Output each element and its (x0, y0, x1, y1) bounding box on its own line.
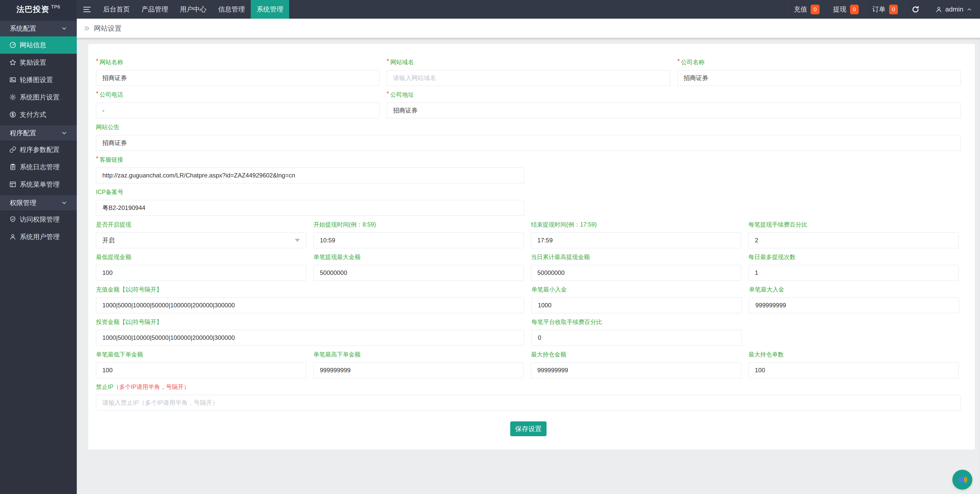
sidebar-item-payment-methods[interactable]: 支付方式 (0, 106, 77, 123)
tab-products[interactable]: 产品管理 (135, 0, 174, 19)
icp-input[interactable] (96, 200, 524, 216)
tab-information[interactable]: 信息管理 (212, 0, 251, 19)
sidebar-item-reward-settings[interactable]: 奖励设置 (0, 54, 77, 71)
position-max-count-input[interactable] (748, 362, 959, 378)
withdraw-start-input[interactable] (313, 232, 524, 248)
user-icon (9, 233, 16, 240)
field-recharge-amounts: 充值金额【以|符号隔开】 (96, 286, 524, 313)
tab-user-center[interactable]: 用户中心 (174, 0, 212, 19)
dashboard-icon (9, 41, 16, 49)
field-deposit-max: 单笔最大入金 (749, 286, 959, 313)
order-min-input[interactable] (96, 362, 306, 378)
sidebar-item-label: 奖励设置 (20, 58, 46, 67)
section-title-label: 程序配置 (10, 129, 37, 138)
company-phone-input[interactable] (96, 103, 379, 118)
sidebar-item-label: 网站信息 (20, 41, 46, 49)
sidebar-item-system-logs[interactable]: 系统日志管理 (0, 158, 77, 176)
sidebar-item-site-info[interactable]: 网站信息 (0, 36, 77, 54)
field-label: 每日最多提现次数 (748, 254, 795, 260)
field-label: 最大持仓单数 (748, 351, 784, 358)
field-label: 公司名称 (681, 59, 705, 65)
withdraw-max-single-input[interactable] (313, 265, 524, 281)
field-label: 充值金额【以|符号隔开】 (96, 286, 162, 293)
company-address-input[interactable] (387, 103, 961, 118)
field-label: 开始提现时间(例：8:59) (313, 221, 376, 228)
hamburger-menu-icon[interactable] (77, 0, 97, 19)
field-label: 最大持仓金额 (531, 351, 566, 358)
app-logo-text: 法巴投资 (16, 4, 49, 15)
recharge-stat[interactable]: 充值 0 (787, 0, 826, 19)
position-max-amount-input[interactable] (531, 362, 741, 378)
withdraw-min-input[interactable] (96, 265, 306, 281)
withdraw-max-daily-input[interactable] (531, 265, 741, 281)
withdraw-fee-pct-input[interactable] (748, 232, 959, 248)
field-position-max-amount: 最大持仓金额 (531, 351, 741, 378)
site-notice-input[interactable] (96, 135, 961, 151)
topbar-right: 充值 0 提现 0 订单 0 admin (787, 0, 980, 19)
sidebar-section-permissions[interactable]: 权限管理 (0, 195, 77, 211)
field-invest-amounts: 投资金额【以|符号隔开】 (96, 319, 524, 346)
sidebar-item-carousel-settings[interactable]: 轮播图设置 (0, 71, 77, 89)
sidebar-item-system-menus[interactable]: 系统菜单管理 (0, 176, 77, 193)
clipboard-icon (9, 164, 16, 170)
tab-label: 系统管理 (257, 5, 283, 14)
admin-user-menu[interactable]: admin (926, 0, 980, 19)
field-position-max-count: 最大持仓单数 (748, 351, 959, 378)
select-value: 开启 (102, 236, 115, 245)
field-withdraw-start: 开始提现时间(例：8:59) (313, 221, 524, 248)
field-label: 单笔最高下单金额 (313, 351, 361, 358)
field-label: 禁止IP (96, 384, 113, 390)
service-link-input[interactable] (96, 167, 524, 183)
tab-dashboard[interactable]: 后台首页 (97, 0, 135, 19)
sidebar: 系统配置 网站信息 奖励设置 轮播图设置 系统图片设置 支付方式 程序配置 程序… (0, 19, 77, 494)
topbar: 法巴投资 TP6 后台首页 产品管理 用户中心 信息管理 系统管理 充值 0 提… (0, 0, 980, 19)
site-name-input[interactable] (96, 70, 379, 86)
dollar-circle-icon (9, 111, 16, 118)
refresh-icon[interactable] (905, 0, 926, 19)
section-title-label: 权限管理 (10, 199, 37, 207)
order-max-input[interactable] (313, 362, 524, 378)
sidebar-item-system-images[interactable]: 系统图片设置 (0, 89, 77, 106)
sidebar-section-system-config[interactable]: 系统配置 (0, 21, 77, 36)
save-settings-button[interactable]: 保存设置 (510, 421, 547, 436)
tab-label: 后台首页 (103, 5, 130, 14)
recharge-amounts-input[interactable] (96, 297, 524, 313)
deposit-min-input[interactable] (531, 297, 742, 313)
required-marker: * (96, 58, 98, 64)
deposit-max-input[interactable] (749, 297, 959, 313)
field-label: 客服链接 (100, 156, 123, 163)
withdraw-enabled-select[interactable]: 开启 (96, 232, 306, 248)
withdraw-end-input[interactable] (531, 232, 741, 248)
withdraw-times-daily-input[interactable] (748, 265, 959, 281)
required-marker: * (387, 90, 389, 97)
tab-label: 用户中心 (180, 5, 207, 14)
field-label: 每笔提现手续费百分比 (748, 221, 807, 228)
recharge-count-badge: 0 (811, 5, 819, 14)
invest-amounts-input[interactable] (96, 330, 524, 346)
chevron-down-icon (61, 199, 68, 206)
sidebar-item-program-params[interactable]: 程序参数配置 (0, 141, 77, 158)
sidebar-item-system-users[interactable]: 系统用户管理 (0, 228, 77, 245)
sound-fab-button[interactable] (952, 470, 972, 490)
required-marker: * (387, 58, 389, 64)
sidebar-section-program-config[interactable]: 程序配置 (0, 125, 77, 141)
field-label: 单笔最低下单金额 (96, 351, 143, 358)
settings-form-card: *网站名称 *网站域名 *公司名称 *公司电话 (88, 44, 975, 450)
forbidden-ip-input[interactable] (96, 395, 961, 411)
company-name-input[interactable] (677, 70, 961, 86)
field-order-min: 单笔最低下单金额 (96, 351, 306, 378)
stat-label: 充值 (794, 5, 807, 14)
sidebar-item-access-permissions[interactable]: 访问权限管理 (0, 211, 77, 228)
tab-system[interactable]: 系统管理 (251, 0, 289, 19)
app-logo-version: TP6 (51, 4, 60, 10)
platform-fee-pct-input[interactable] (531, 330, 742, 346)
site-domain-input[interactable] (387, 70, 670, 86)
required-marker: * (96, 155, 98, 162)
order-stat[interactable]: 订单 0 (865, 0, 905, 19)
withdraw-stat[interactable]: 提现 0 (826, 0, 865, 19)
field-label: 公司地址 (390, 91, 414, 98)
shield-check-icon (9, 216, 16, 223)
chevron-down-icon (61, 130, 68, 136)
field-label: 公司电话 (100, 91, 123, 98)
window-layout-icon (9, 181, 16, 188)
